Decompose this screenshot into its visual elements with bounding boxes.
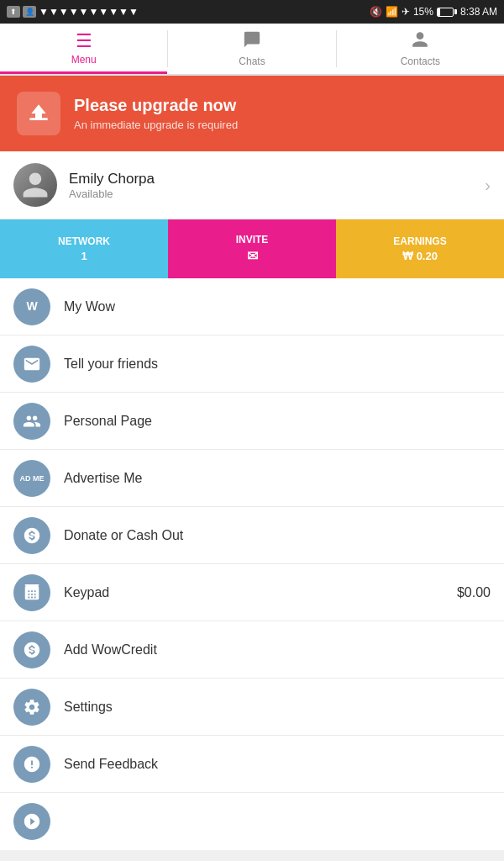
invite-envelope-icon: ✉ (247, 248, 258, 264)
keypad-value: $0.00 (457, 585, 491, 600)
donate-cashout-icon (13, 517, 50, 554)
chats-tab-icon (243, 30, 261, 54)
earnings-label: EARNINGS (393, 235, 446, 247)
status-bar: ⬆ 👤 ▼▼▼▼▼▼▼▼▼▼ 🔇 📶 ✈ 15% 8:38 AM (0, 0, 504, 24)
send-feedback-label: Send Feedback (64, 757, 491, 772)
upgrade-icon (17, 92, 60, 135)
battery-percent: 15% (413, 6, 433, 18)
menu-item-add-wowcredit[interactable]: Add WowCredit (0, 621, 504, 679)
chats-tab-label: Chats (239, 55, 265, 67)
upgrade-text: Please upgrade now An immediate upgrade … (74, 96, 238, 131)
keypad-label: Keypad (64, 585, 457, 600)
add-wowcredit-label: Add WowCredit (64, 642, 491, 658)
earnings-button[interactable]: EARNINGS ₩ 0.20 (336, 219, 504, 278)
invite-label: INVITE (236, 234, 269, 246)
send-feedback-icon (13, 746, 50, 783)
menu-tab-icon: ☰ (76, 30, 92, 52)
action-buttons: NETWORK 1 INVITE ✉ EARNINGS ₩ 0.20 (0, 219, 504, 278)
svg-text:W: W (26, 298, 38, 312)
notification-icon: ⬆ (7, 6, 20, 18)
avatar-placeholder (13, 163, 57, 207)
profile-row[interactable]: Emily Chorpa Available › (0, 151, 504, 219)
time-display: 8:38 AM (460, 6, 497, 18)
settings-icon (13, 689, 50, 726)
avatar (13, 163, 57, 207)
menu-item-send-feedback[interactable]: Send Feedback (0, 736, 504, 793)
chevron-right-icon: › (485, 176, 491, 195)
menu-item-my-wow[interactable]: W My Wow (0, 278, 504, 335)
network-label: NETWORK (58, 235, 110, 247)
settings-label: Settings (64, 700, 491, 715)
personal-page-label: Personal Page (64, 414, 491, 429)
menu-item-extra[interactable] (0, 793, 504, 850)
extra-item-icon (13, 803, 50, 840)
status-bar-right: 🔇 📶 ✈ 15% 8:38 AM (370, 6, 497, 18)
menu-list: W My Wow Tell your friends Personal Page… (0, 278, 504, 850)
navigation-tabs: ☰ Menu Chats Contacts (0, 24, 504, 76)
airplane-icon: ✈ (402, 6, 410, 18)
battery-icon (437, 8, 457, 17)
upgrade-title: Please upgrade now (74, 96, 238, 115)
invite-button[interactable]: INVITE ✉ (168, 219, 336, 278)
wifi-icon: 📶 (386, 6, 398, 18)
contacts-tab-label: Contacts (401, 55, 440, 67)
menu-item-keypad[interactable]: Keypad $0.00 (0, 564, 504, 621)
my-wow-label: My Wow (64, 299, 491, 314)
upgrade-banner[interactable]: Please upgrade now An immediate upgrade … (0, 76, 504, 151)
signal-bars: ▼▼▼▼▼▼▼▼▼▼ (39, 6, 139, 18)
tell-friends-icon (13, 346, 50, 383)
advertise-me-icon: AD ME (13, 460, 50, 497)
network-button[interactable]: NETWORK 1 (0, 219, 168, 278)
menu-item-donate-cashout[interactable]: Donate or Cash Out (0, 507, 504, 564)
tab-contacts[interactable]: Contacts (337, 24, 504, 74)
network-value: 1 (81, 250, 87, 262)
donate-cashout-label: Donate or Cash Out (64, 528, 491, 543)
tab-chats[interactable]: Chats (168, 24, 335, 74)
tab-menu[interactable]: ☰ Menu (0, 24, 167, 74)
profile-status: Available (69, 188, 485, 200)
menu-item-settings[interactable]: Settings (0, 679, 504, 736)
upgrade-subtitle: An immediate upgrade is required (74, 119, 238, 131)
contacts-tab-icon (411, 30, 429, 54)
profile-info: Emily Chorpa Available (69, 171, 485, 200)
profile-name: Emily Chorpa (69, 171, 485, 188)
advertise-me-label: Advertise Me (64, 471, 491, 486)
tell-friends-label: Tell your friends (64, 357, 491, 372)
menu-tab-label: Menu (71, 54, 97, 66)
menu-item-personal-page[interactable]: Personal Page (0, 393, 504, 450)
mute-icon: 🔇 (370, 6, 382, 18)
status-bar-left: ⬆ 👤 ▼▼▼▼▼▼▼▼▼▼ (7, 6, 139, 18)
menu-item-advertise-me[interactable]: AD ME Advertise Me (0, 450, 504, 507)
person-icon: 👤 (23, 6, 36, 18)
earnings-value: ₩ 0.20 (402, 250, 438, 262)
keypad-icon (13, 574, 50, 611)
add-wowcredit-icon (13, 631, 50, 668)
menu-item-tell-friends[interactable]: Tell your friends (0, 335, 504, 393)
my-wow-icon: W (13, 288, 50, 325)
personal-page-icon (13, 403, 50, 440)
